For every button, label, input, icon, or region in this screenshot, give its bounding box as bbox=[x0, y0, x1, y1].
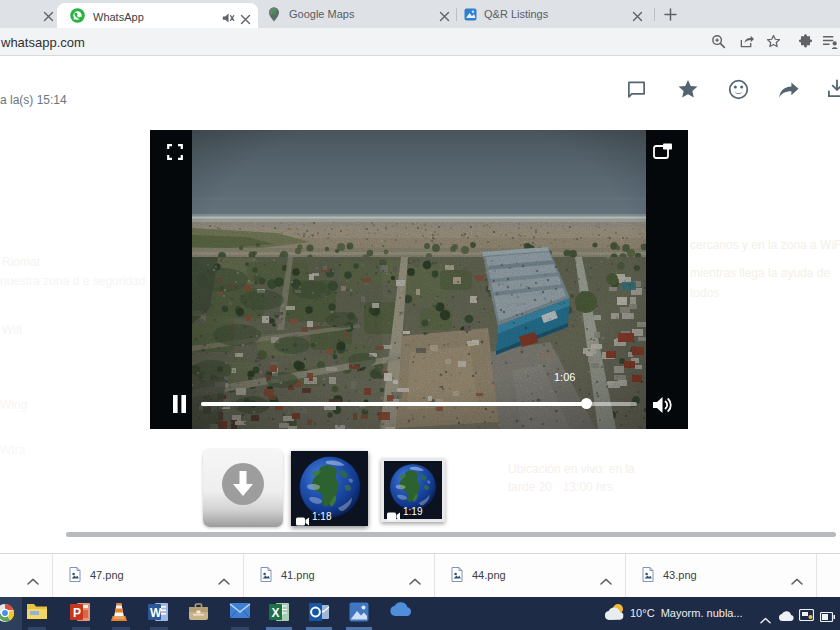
svg-text:X: X bbox=[272, 606, 280, 620]
svg-text:W: W bbox=[150, 606, 162, 620]
svg-text:P: P bbox=[73, 606, 81, 620]
